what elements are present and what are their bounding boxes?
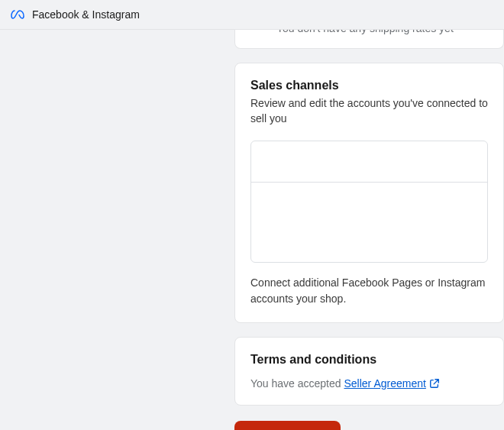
terms-card: Terms and conditions You have accepted S… xyxy=(234,337,504,406)
header-title: Facebook & Instagram xyxy=(32,8,140,21)
main-content: You don't have any shipping rates yet Sa… xyxy=(0,30,504,430)
shipping-card: You don't have any shipping rates yet xyxy=(234,30,504,49)
page-header: Facebook & Instagram xyxy=(0,0,504,30)
sales-channels-card: Sales channels Review and edit the accou… xyxy=(234,63,504,323)
shipping-empty-text: You don't have any shipping rates yet xyxy=(250,30,488,34)
meta-icon xyxy=(11,10,24,19)
sales-channels-subtitle: Review and edit the accounts you've conn… xyxy=(250,95,488,127)
external-link-icon xyxy=(429,378,440,389)
accounts-list xyxy=(250,141,488,263)
seller-agreement-link[interactable]: Seller Agreement xyxy=(344,377,425,390)
deactivate-shop-button[interactable]: Deactivate shop xyxy=(234,421,341,430)
terms-title: Terms and conditions xyxy=(250,353,488,367)
list-divider xyxy=(251,182,487,183)
terms-text: You have accepted Seller Agreement xyxy=(250,377,488,390)
terms-accepted-prefix: You have accepted xyxy=(250,377,344,390)
sales-channels-title: Sales channels xyxy=(250,79,488,92)
connect-additional-text: Connect additional Facebook Pages or Ins… xyxy=(250,275,488,307)
